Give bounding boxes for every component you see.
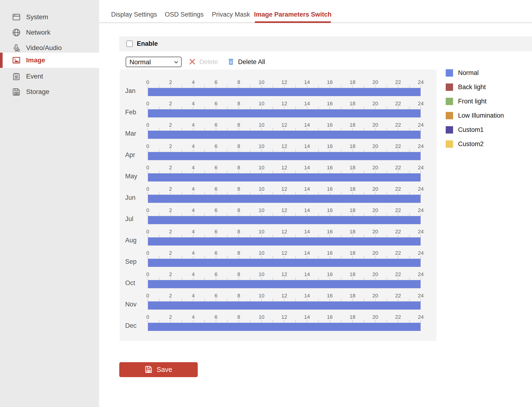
mode-select[interactable]: Normal: [126, 57, 182, 67]
hour-tick-mark: [398, 192, 398, 195]
hour-tick-mark: [409, 107, 410, 109]
hour-tick-mark: [352, 320, 353, 322]
tab-display-settings[interactable]: Display Settings: [113, 7, 155, 23]
hour-tick-label: 0: [141, 250, 155, 256]
sidebar-item-storage[interactable]: Storage: [0, 84, 99, 99]
hour-tick-label: 14: [300, 122, 314, 128]
schedule-track-jul[interactable]: [148, 216, 421, 224]
sidebar-item-network[interactable]: Network: [0, 25, 99, 40]
hour-tick-label: 20: [368, 143, 382, 149]
hour-tick-label: 8: [232, 271, 246, 277]
tab-image-parameters-switch[interactable]: Image Parameters Switch: [255, 7, 331, 23]
hour-tick-mark: [273, 171, 273, 173]
hour-tick-mark: [364, 149, 364, 152]
schedule-segment-normal[interactable]: [148, 131, 421, 139]
hour-tick-mark: [386, 128, 387, 130]
hour-tick-mark: [239, 192, 239, 195]
schedule-track-mar[interactable]: [148, 130, 421, 139]
schedule-track-nov[interactable]: [148, 301, 421, 310]
schedule-segment-normal[interactable]: [148, 88, 421, 96]
schedule-track-jan[interactable]: [148, 88, 421, 96]
schedule-track-may[interactable]: [148, 173, 421, 182]
hour-tick-mark: [147, 128, 148, 130]
hour-tick-label: 14: [300, 250, 314, 256]
hour-tick-mark: [307, 171, 307, 173]
hour-tick-mark: [227, 320, 228, 322]
delete-button[interactable]: Delete: [188, 57, 218, 67]
schedule-track-sep[interactable]: [148, 258, 421, 267]
hour-tick-mark: [284, 85, 285, 88]
hour-tick-mark: [182, 192, 182, 195]
schedule-track-oct[interactable]: [148, 280, 421, 288]
hour-tick-mark: [409, 192, 410, 195]
delete-all-button[interactable]: Delete All: [227, 57, 265, 67]
hour-tick-mark: [352, 107, 353, 109]
hour-tick-label: 4: [186, 271, 200, 277]
hour-tick-label: 6: [209, 250, 223, 256]
hour-tick-label: 12: [277, 314, 291, 320]
hour-tick-label: 8: [232, 164, 246, 171]
hour-tick-mark: [170, 171, 171, 173]
hour-tick-mark: [398, 256, 398, 258]
hour-tick-mark: [284, 128, 285, 130]
schedule-track-jun[interactable]: [148, 195, 421, 203]
sidebar-item-system[interactable]: System: [0, 9, 99, 25]
hour-tick-label: 12: [277, 207, 291, 213]
hour-tick-label: 8: [232, 79, 246, 85]
save-button[interactable]: Save: [119, 362, 198, 377]
hour-tick-label: 2: [163, 229, 177, 235]
hour-tick-label: 16: [323, 250, 337, 256]
schedule-segment-normal[interactable]: [148, 152, 421, 160]
sidebar-item-event[interactable]: Event: [0, 69, 99, 84]
schedule-segment-normal[interactable]: [148, 195, 421, 203]
hour-tick-label: 6: [209, 186, 223, 192]
hour-tick-mark: [261, 128, 262, 130]
hour-tick-label: 18: [345, 101, 360, 107]
schedule-segment-normal[interactable]: [148, 237, 421, 245]
hour-tick-mark: [375, 299, 376, 301]
schedule-row: Apr024681012141618202224: [120, 143, 436, 164]
enable-checkbox[interactable]: [126, 40, 133, 47]
hour-tick-mark: [307, 277, 307, 280]
legend-swatch: [446, 126, 453, 133]
schedule-segment-normal[interactable]: [148, 173, 421, 181]
hour-tick-mark: [227, 149, 228, 152]
month-label: Apr: [125, 151, 146, 159]
hour-tick-mark: [307, 299, 307, 301]
hour-tick-mark: [398, 171, 398, 173]
hour-tick-label: 6: [209, 101, 223, 107]
hour-tick-mark: [250, 213, 250, 216]
schedule-segment-normal[interactable]: [148, 301, 421, 310]
schedule-segment-normal[interactable]: [148, 259, 421, 267]
hour-tick-mark: [318, 192, 319, 195]
hour-tick-mark: [318, 107, 319, 109]
hour-tick-mark: [159, 192, 159, 195]
mode-select-wrap: Normal: [126, 57, 182, 67]
hour-tick-mark: [352, 213, 353, 216]
schedule-track-feb[interactable]: [148, 109, 421, 118]
hour-tick-mark: [330, 213, 330, 216]
schedule-segment-normal[interactable]: [148, 323, 421, 331]
tab-privacy-mask[interactable]: Privacy Mask: [214, 7, 248, 23]
hour-tick-mark: [386, 235, 387, 237]
hour-tick-label: 4: [186, 250, 200, 256]
legend-item: Custom2: [446, 141, 484, 148]
tab-osd-settings[interactable]: OSD Settings: [167, 7, 202, 23]
schedule-segment-normal[interactable]: [148, 216, 421, 224]
hour-tick-label: 18: [345, 207, 360, 213]
hour-tick-mark: [330, 149, 330, 152]
hour-tick-label: 22: [391, 186, 405, 192]
schedule-track-dec[interactable]: [148, 322, 421, 331]
schedule-segment-normal[interactable]: [148, 109, 421, 117]
sidebar-item-image[interactable]: Image: [0, 53, 102, 68]
hour-tick-label: 8: [232, 101, 246, 107]
hour-tick-mark: [421, 256, 421, 258]
hour-tick-label: 24: [414, 143, 428, 149]
hour-tick-mark: [386, 192, 387, 195]
schedule-row: Jul024681012141618202224: [120, 207, 436, 228]
hour-tick-mark: [318, 171, 319, 173]
hour-tick-mark: [318, 149, 319, 152]
schedule-segment-normal[interactable]: [148, 280, 421, 288]
schedule-track-apr[interactable]: [148, 152, 421, 160]
schedule-track-aug[interactable]: [148, 237, 421, 246]
